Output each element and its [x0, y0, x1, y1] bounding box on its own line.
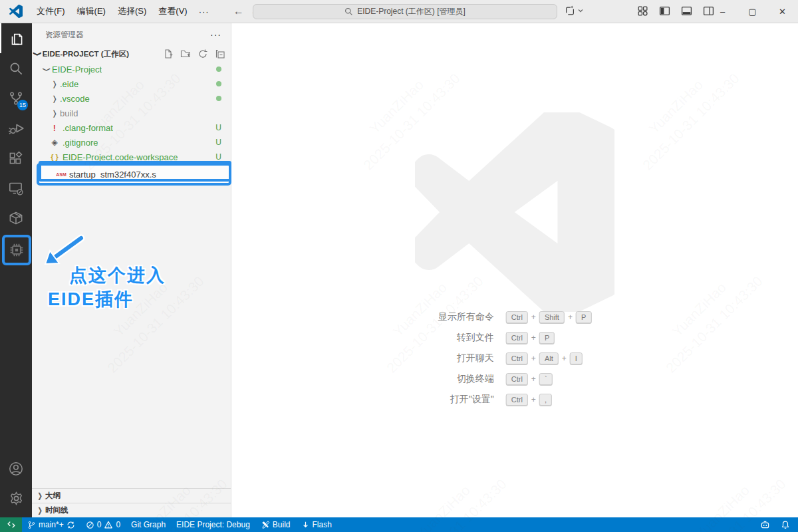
shortcut-label: 打开"设置" — [438, 394, 494, 406]
remote-icon — [7, 520, 16, 529]
tree-item--clang-format[interactable]: !.clang-formatU — [32, 120, 231, 135]
tree-item-label: build — [60, 108, 78, 118]
flash-label: Flash — [313, 520, 332, 529]
build-tools-icon — [261, 520, 270, 529]
toggle-sidebar-icon[interactable] — [659, 5, 670, 17]
branch-label: main*+ — [39, 520, 64, 529]
activity-source-control[interactable]: 15 — [0, 83, 32, 113]
activity-bar: 15 — [0, 23, 32, 517]
activity-explorer[interactable] — [0, 23, 32, 53]
menu-selection[interactable]: 选择(S) — [112, 3, 152, 20]
shortcut-label: 转到文件 — [438, 332, 494, 344]
copilot-menu-button[interactable] — [564, 5, 584, 17]
key-Ctrl: Ctrl — [506, 332, 528, 344]
new-file-icon[interactable] — [163, 49, 174, 59]
toggle-panel-icon[interactable] — [681, 5, 692, 17]
activity-containers[interactable] — [0, 203, 32, 233]
key-P: P — [576, 311, 591, 323]
build-label: Build — [273, 520, 291, 529]
git-graph-label: Git Graph — [131, 520, 166, 529]
chevron-down-icon: ❭ — [33, 51, 43, 57]
copilot-icon — [564, 5, 576, 17]
key-Ctrl: Ctrl — [506, 311, 528, 323]
activity-run-debug[interactable] — [0, 113, 32, 143]
build-button[interactable]: Build — [255, 517, 296, 532]
key-Ctrl: Ctrl — [506, 352, 528, 364]
new-folder-icon[interactable] — [180, 49, 191, 59]
refresh-icon[interactable] — [198, 49, 208, 59]
git-branch-icon — [27, 521, 36, 529]
key-,: , — [539, 394, 552, 406]
remote-explorer-icon — [7, 180, 25, 197]
menu-file[interactable]: 文件(F) — [31, 3, 71, 20]
account-button[interactable] — [0, 454, 32, 483]
tree-item--vscode[interactable]: ❭.vscode — [32, 91, 231, 106]
chevron-down-icon: ❭ — [43, 64, 51, 74]
remote-indicator[interactable] — [0, 517, 22, 532]
activity-remote-explorer[interactable] — [0, 173, 32, 203]
minimize-button[interactable]: – — [708, 0, 737, 23]
eide-mode-label: EIDE Project: Debug — [176, 520, 250, 529]
notifications-button[interactable] — [775, 517, 798, 532]
search-icon — [344, 7, 353, 16]
problems-status[interactable]: 0 0 — [80, 517, 126, 532]
key-I: I — [570, 352, 583, 364]
flash-button[interactable]: Flash — [296, 517, 337, 532]
menu-edit[interactable]: 编辑(E) — [71, 3, 112, 20]
vscode-window: 文件(F) 编辑(E) 选择(S) 查看(V) ··· ← → EIDE-Pro… — [0, 0, 798, 532]
workspace-section-header[interactable]: ❭ EIDE-PROJECT (工作区) — [32, 46, 231, 62]
sidebar-panel-大纲[interactable]: ❭大纲 — [32, 488, 231, 503]
collapse-all-icon[interactable] — [215, 49, 225, 59]
copilot-icon — [760, 520, 770, 530]
key-Ctrl: Ctrl — [506, 373, 528, 385]
git-branch-status[interactable]: main*+ — [22, 517, 80, 532]
warning-count: 0 — [116, 520, 120, 529]
menu-view[interactable]: 查看(V) — [152, 3, 193, 20]
tree-item-startup-stm32f407xx-s[interactable]: ASMstartup_stm32f407xx.s — [39, 165, 229, 184]
json-braces-icon: { } — [49, 153, 60, 161]
activity-eide-plugin[interactable] — [5, 241, 29, 259]
tree-item--eide[interactable]: ❭.eide — [32, 76, 231, 91]
git-untracked-badge: U — [215, 152, 221, 162]
tree-item--gitignore[interactable]: ◈.gitignoreU — [32, 135, 231, 150]
shortcut-label: 打开聊天 — [438, 352, 494, 364]
tree-item-label: .clang-format — [63, 123, 113, 133]
shortcut-label: 显示所有命令 — [438, 311, 494, 323]
command-center-search[interactable]: EIDE-Project (工作区) [管理员] — [253, 4, 557, 19]
title-bar: 文件(F) 编辑(E) 选择(S) 查看(V) ··· ← → EIDE-Pro… — [0, 0, 798, 23]
tree-item-eide-project[interactable]: ❭EIDE-Project — [32, 62, 231, 76]
copilot-status-button[interactable] — [755, 517, 775, 532]
settings-button[interactable] — [0, 483, 32, 513]
activity-search[interactable] — [0, 53, 32, 83]
tree-item-label: .vscode — [60, 94, 90, 104]
customize-layout-icon[interactable] — [637, 5, 648, 17]
git-graph-button[interactable]: Git Graph — [126, 517, 171, 532]
close-button[interactable]: ✕ — [767, 0, 797, 23]
git-modified-dot — [216, 66, 221, 72]
scm-badge: 15 — [17, 100, 28, 110]
shortcut-keys: Ctrl+` — [506, 373, 592, 385]
maximize-button[interactable]: ▢ — [737, 0, 767, 23]
eide-mode-button[interactable]: EIDE Project: Debug — [171, 517, 255, 532]
chevron-right-icon: ❭ — [35, 506, 45, 515]
asm-file-icon: ASM — [56, 172, 66, 177]
key-Ctrl: Ctrl — [506, 394, 528, 406]
editor-area: 显示所有命令Ctrl+Shift+P转到文件Ctrl+P打开聊天Ctrl+Alt… — [231, 23, 798, 517]
git-untracked-badge: U — [215, 123, 221, 132]
shortcut-keys: Ctrl+Alt+I — [506, 352, 592, 364]
activity-extensions[interactable] — [0, 143, 32, 173]
tree-item-label: EIDE-Project.code-workspace — [63, 152, 178, 162]
sidebar-more-actions[interactable]: ··· — [210, 29, 221, 40]
tree-item-label: .gitignore — [63, 138, 98, 148]
sync-icon — [66, 521, 75, 529]
nav-back-icon[interactable]: ← — [233, 5, 244, 17]
files-icon — [8, 30, 25, 47]
menu-more[interactable]: ··· — [194, 4, 215, 19]
chevron-right-icon: ❭ — [49, 80, 60, 88]
vscode-logo-icon — [9, 5, 23, 18]
sidebar-panel-时间线[interactable]: ❭时间线 — [32, 503, 231, 517]
key-`: ` — [539, 373, 553, 385]
tree-item-build[interactable]: ❭build — [32, 106, 231, 120]
account-icon — [7, 460, 25, 477]
tree-item-eide-project-code-workspace[interactable]: { }EIDE-Project.code-workspaceU — [32, 150, 231, 164]
